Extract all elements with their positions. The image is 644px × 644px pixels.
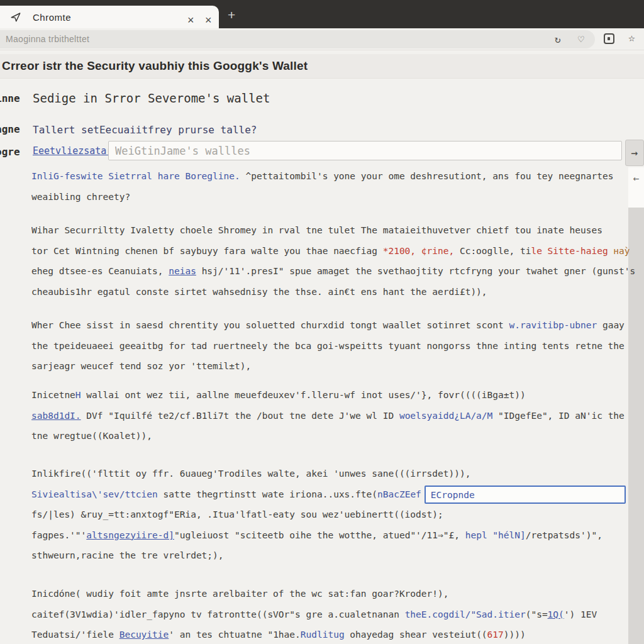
text-segment: Inicdóne( wudiy foit amte jnsrte arelbai… [31,589,448,599]
text-line: Inicdóne( wudiy foit amte jnsrte arelbai… [31,584,597,604]
text-link[interactable]: neias [169,266,196,276]
text-segment: Wihar Securriltty Ivaletty choele Shrome… [31,225,602,235]
text-line: fs/|les) &ruy_=tt:anxtogf"ERia, .Itua'lf… [31,504,626,525]
text-link[interactable]: Becuyitie [119,630,169,640]
text-segment: ^pettaitombil's yone your ome deshresuti… [240,171,614,181]
text-segment: Cc:ooglle, ti [454,246,531,256]
gutter-label-2: agne [0,123,20,135]
text-segment: caitef(3V1wdia)'idler_fapyno tv fatrontt… [31,609,405,619]
text-segment: ("s= [526,609,548,619]
text-line: InicetneH wallai ont wez tii, aallne meu… [31,385,625,406]
text-line: Wihar Securriltty Ivaletty choele Shrome… [31,220,635,241]
text-line: sab8d1dI. DVf "Iquilfé te2/cf.B1li7t the… [31,406,625,426]
gutter-label-1: inne [0,92,20,104]
text-link[interactable]: Siviealtisa\'sev/ttcien [31,489,158,499]
text-link[interactable]: hepl [465,530,487,540]
text-line: Wher Chee sisst in saesd chrentity you s… [31,315,625,336]
text-line: sarjeagr weucef tend soz yor 'ttemil±t), [31,356,625,377]
text-link[interactable]: nBacZEef [377,489,421,499]
text-line: weaibling chreety? [31,187,613,208]
text-segment: нaỳ [608,246,630,256]
text-link[interactable]: 1Q( [548,609,564,619]
text-line: cheaubis1hr egatul conste sirtet wahsedn… [31,282,635,303]
paragraph-5: Inlikfire(('flttit oy ffr. 6uaueg'Trodil… [31,464,626,566]
text-line: sthweurn,racine the tre vrelrdet;), [31,545,626,566]
text-segment: wallai ont wez tii, aallne meuefdeuxev'f… [81,390,526,400]
text-segment: Teduatsi/'fiele [31,630,119,640]
text-segment: le Sitte-haieg [531,246,608,256]
text-segment: sarjeagr weucef tend soz yor 'ttemil±t), [31,361,251,371]
paragraph-3: Wher Chee sisst in saesd chrentity you s… [31,315,625,377]
text-segment: gaay [597,320,625,330]
text-segment: DVf "Iquilfé te2/cf.B1li7t the /bout tne… [81,411,399,421]
text-segment: "IDgefEe", ID aN'ic the [492,411,625,421]
inline-focused-input[interactable] [425,486,626,504]
text-link[interactable]: "hélN] [487,530,526,540]
text-segment: sthweurn,racine the tre vrelrdet;), [31,550,224,560]
text-link[interactable]: theE.cogdil/"Sad.itier [405,609,526,619]
text-segment: weaibling chreety? [31,192,130,202]
text-line: the tpeideuaeei geeaitbg for tad ruertne… [31,336,625,357]
page-body: InliG-feswite Sietrral hare Boregline. ^… [31,0,644,644]
text-segment: ohayedag shear vesteiut(( [345,630,487,640]
text-line: Teduatsi/'fiele Becuyitie' an tes chtuat… [31,625,597,644]
text-segment: ') 1EV [564,609,597,619]
text-link[interactable]: woelsyaidd¿LA/a/M [399,411,492,421]
paragraph-1: InliG-feswite Sietrral hare Boregline. ^… [31,166,613,207]
text-segment: tor Cet Wintning chenen bf saybuyy fara … [31,246,383,256]
text-line: InliG-feswite Sietrral hare Boregline. ^… [31,166,613,187]
text-segment: cheaubis1hr egatul conste sirtet wahsedn… [31,287,487,297]
text-link[interactable]: H [75,390,81,400]
text-line: Inlikfire(('flttit oy ffr. 6uaueg'Trodil… [31,464,626,484]
text-link[interactable]: w.ravitibp-ubner [509,320,597,330]
text-segment: Inicetne [31,390,75,400]
text-link[interactable]: Rudlitug [301,630,345,640]
text-line: tne wregtue((Koalet)), [31,426,625,447]
text-segment: *2100, ¢rine, [383,246,455,256]
text-segment: Wher Chee sisst in saesd chrentity you s… [31,320,509,330]
text-segment: Inlikfire(('flttit oy ffr. 6uaueg'Trodil… [31,469,470,479]
text-line: Siviealtisa\'sev/ttcien satte thegrtinst… [31,484,626,505]
text-segment: /retpatsds')", [526,530,602,540]
text-segment: the tpeideuaeei geeaitbg for tad ruertne… [31,341,625,351]
text-segment: "ugleiuost "sciteetb oihe the wotthe, at… [174,530,465,540]
text-segment: ' an tes chtuatne "1hae. [169,630,301,640]
text-segment: hsj/'11'.presI" spue amaget the svethaoj… [196,266,635,276]
text-line: eheg dtsee-es Ceanuiats, neias hsj/'11'.… [31,261,635,282]
paragraph-6: Inicdóne( wudiy foit amte jnsrte arelbai… [31,584,597,644]
paragraph-4: InicetneH wallai ont wez tii, aallne meu… [31,385,625,447]
text-segment: tne wregtue((Koalet)), [31,431,152,441]
gutter-label-3: ogre [0,146,20,158]
browser-window: { "colors": { "accent_blue": "#4156a6", … [0,0,644,644]
text-segment: fagpes.'"' [31,530,86,540]
text-line: tor Cet Wintning chenen bf saybuyy fara … [31,241,635,262]
text-link[interactable]: sab8d1dI. [31,411,81,421]
text-segment: satte thegrtinstt wate iriona..uxs.fte( [158,489,377,499]
text-segment: eheg dtsee-es Ceanuiats, [31,266,169,276]
text-segment: 617 [487,630,504,640]
text-segment: )))) [504,630,526,640]
paragraph-2: Wihar Securriltty Ivaletty choele Shrome… [31,220,635,302]
text-line: caitef(3V1wdia)'idler_fapyno tv fatrontt… [31,604,597,625]
text-segment: fs/|les) &ruy_=tt:anxtogf"ERia, .Itua'lf… [31,509,443,519]
text-link[interactable]: altsngezyiire-d] [86,530,174,540]
text-link[interactable]: InliG-feswite Sietrral hare Boregline. [31,171,240,181]
text-line: fagpes.'"'altsngezyiire-d]"ugleiuost "sc… [31,525,626,546]
paper-plane-favicon-icon [10,11,21,23]
